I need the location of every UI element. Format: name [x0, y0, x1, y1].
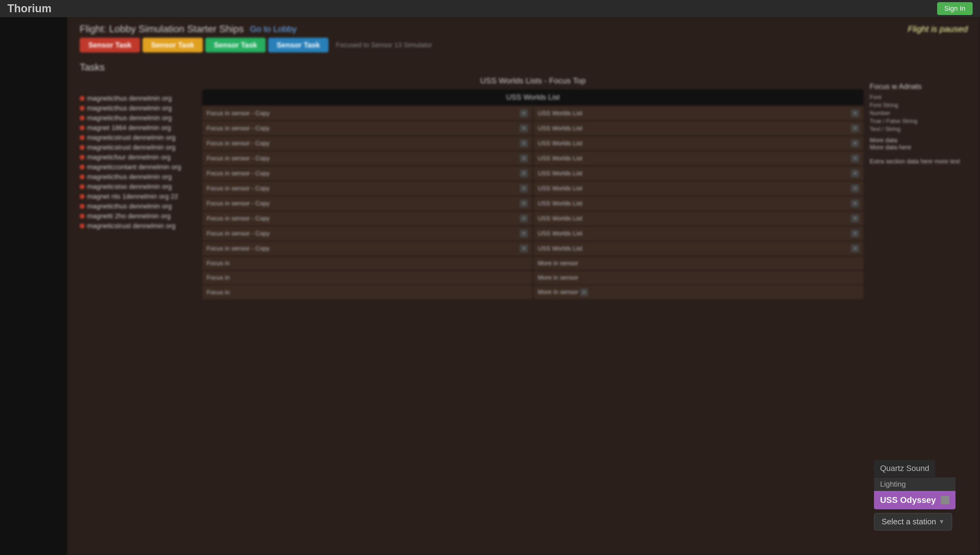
table-cell-btn[interactable]: × — [520, 184, 528, 192]
table-cell-btn[interactable]: × — [851, 170, 859, 177]
tab-sensor-task-4[interactable]: Sensor Task — [268, 38, 328, 53]
table-row: Focus in sensor - Copy× — [202, 106, 532, 120]
right-panel: Focus w Adnats Font Font String Number T… — [870, 76, 968, 299]
list-item-label: magneticthus dennelmin org — [87, 202, 172, 210]
list-item: magneticstoo dennelmin org — [80, 183, 196, 191]
list-dot — [80, 223, 85, 228]
right-panel-line: Font String — [870, 102, 968, 109]
table-row: Focus in — [202, 286, 532, 299]
table-header: USS Worlds List — [202, 89, 863, 105]
table-cell-btn[interactable]: × — [520, 215, 528, 222]
table-row: Focus in sensor - Copy× — [202, 197, 532, 210]
list-dot — [80, 165, 85, 170]
list-item-label: magneticthus dennelmin org — [87, 114, 172, 122]
table-cell-btn[interactable]: × — [520, 154, 528, 162]
list-item: magneticthus dennelmin org — [80, 114, 196, 122]
right-panel-line: Number — [870, 110, 968, 117]
sidebar — [0, 17, 67, 555]
tab-sensor-task-1[interactable]: Sensor Task — [80, 38, 140, 53]
right-panel-title: Focus w Adnats — [870, 82, 968, 91]
tab-sensor-task-2[interactable]: Sensor Task — [142, 38, 203, 53]
table-row: Focus in sensor - Copy× — [202, 122, 532, 135]
list-item-label: magneticstrust dennelmin org — [87, 143, 176, 151]
list-item-label: magneticstrust dennelmin org — [87, 222, 176, 230]
list-dot — [80, 125, 85, 130]
lighting-checkbox[interactable] — [941, 496, 950, 504]
list-item: magneticstrust dennelmin org — [80, 143, 196, 151]
table-row: Focus in sensor - Copy× — [202, 181, 532, 195]
page-header: Flight: Lobby Simulation Starter Ships G… — [67, 17, 980, 38]
list-item: magnet nts 1dennelmin org 22 — [80, 192, 196, 201]
list-dot — [80, 194, 85, 199]
table-cell-btn[interactable]: × — [851, 125, 859, 132]
right-panel-line: Font — [870, 94, 968, 101]
table-row: USS Worlds List× — [534, 136, 863, 150]
app-logo: Thorium — [7, 2, 51, 15]
list-dot — [80, 145, 85, 150]
right-panel-line: Text / String — [870, 126, 968, 133]
table-row: USS Worlds List× — [534, 197, 863, 210]
list-item: magneticcontant dennelmin org — [80, 163, 196, 171]
table-cell-btn[interactable]: × — [851, 230, 859, 237]
table-row: Focus in sensor - Copy× — [202, 226, 532, 241]
lighting-item-selected[interactable]: USS Odyssey — [874, 491, 956, 509]
list-item-label: magneticstrust dennelmin org — [87, 134, 176, 142]
right-panel-section: More dataMore data hereExtra section dat… — [870, 137, 968, 165]
chevron-down-icon: ▼ — [938, 518, 945, 525]
table-row: Focus in sensor - Copy× — [202, 167, 532, 180]
table-cell-btn[interactable]: × — [851, 154, 859, 162]
list-item-label: magneticthus dennelmin org — [87, 173, 172, 181]
page-status: Flight is paused — [908, 24, 968, 34]
list-item: magneticthus dennelmin org — [80, 95, 196, 103]
table-cell-btn[interactable]: × — [851, 200, 859, 207]
tab-sensor-task-3[interactable]: Sensor Task — [205, 38, 266, 53]
lighting-value: USS Odyssey — [880, 495, 936, 505]
list-item-label: magnet 1864 dennelmin org — [87, 124, 171, 132]
table-cell-btn[interactable]: × — [851, 245, 859, 252]
lighting-header: Lighting — [874, 477, 956, 491]
table-row: More in sensor × — [534, 286, 863, 299]
table-cell-btn[interactable]: × — [851, 184, 859, 192]
list-dot — [80, 155, 85, 160]
list-item-label: magneticthus dennelmin org — [87, 104, 172, 112]
table-row: USS Worlds List× — [534, 242, 863, 255]
select-station-button[interactable]: Select a station ▼ — [874, 513, 953, 531]
table-cell-btn[interactable]: × — [520, 230, 528, 237]
list-item: magneticthus dennelmin org — [80, 202, 196, 210]
table-cell-btn[interactable]: × — [520, 245, 528, 252]
select-station-label: Select a station — [882, 517, 936, 526]
list-item: magneticstrust dennelmin org — [80, 222, 196, 230]
table-cell-btn[interactable]: × — [851, 109, 859, 117]
table-cell-btn[interactable]: × — [851, 140, 859, 147]
list-item-label: magnet nts 1dennelmin org 22 — [87, 192, 178, 201]
content-area: magneticthus dennelmin org magneticthus … — [67, 76, 980, 299]
list-dot — [80, 135, 85, 140]
list-item: magnetti 2ho dennelmin org — [80, 212, 196, 220]
list-item: magneticfour dennelmin org — [80, 153, 196, 161]
tabs-text: Focused to Sensor 13 Simulator — [336, 41, 432, 49]
table-cell-btn[interactable]: × — [851, 215, 859, 222]
topbar-actions: Sign In — [937, 2, 973, 15]
table-cell-btn[interactable]: × — [520, 109, 528, 117]
list-item-label: magneticfour dennelmin org — [87, 153, 171, 161]
center-panel: USS Worlds Lists - Focus Top USS Worlds … — [202, 76, 863, 299]
table-row: Focus in sensor - Copy× — [202, 212, 532, 225]
list-dot — [80, 115, 85, 120]
quartz-sound-row: Quartz Sound — [874, 460, 935, 477]
main-content: Flight: Lobby Simulation Starter Ships G… — [67, 17, 980, 555]
table-cell-btn[interactable]: × — [580, 289, 588, 296]
center-panel-title: USS Worlds Lists - Focus Top — [202, 76, 863, 85]
list-item: magneticthus dennelmin org — [80, 173, 196, 181]
table-row: USS Worlds List× — [534, 226, 863, 241]
signin-button[interactable]: Sign In — [937, 2, 973, 15]
table-row: USS Worlds List× — [534, 181, 863, 195]
topbar: Thorium Sign In — [0, 0, 980, 17]
list-dot — [80, 106, 85, 111]
list-dot — [80, 175, 85, 180]
table-cell-btn[interactable]: × — [520, 125, 528, 132]
table-row: USS Worlds List× — [534, 212, 863, 225]
table-cell-btn[interactable]: × — [520, 200, 528, 207]
table-cell-btn[interactable]: × — [520, 140, 528, 147]
table-cell-btn[interactable]: × — [520, 170, 528, 177]
table-row: Focus in — [202, 271, 532, 284]
